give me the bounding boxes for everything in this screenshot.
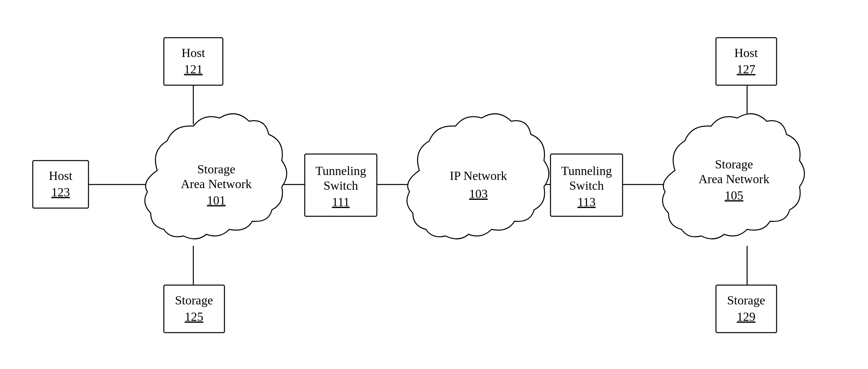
svg-rect-5 [716,38,777,85]
host-121-node: Host 121 [164,38,223,85]
svg-rect-2 [164,285,224,333]
host-123-node: Host 123 [33,161,89,208]
san-101-node: Storage Area Network 101 [145,114,287,239]
storage125-label: Storage [175,293,213,307]
san101-label2: Area Network [181,177,252,191]
host123-label: Host [49,169,72,183]
san105-label1: Storage [715,157,753,171]
storage125-id: 125 [185,310,204,324]
ts113-label1: Tunneling [561,164,612,178]
san101-label1: Storage [197,162,235,176]
san101-cloud [145,114,287,239]
host-127-node: Host 127 [716,38,777,85]
host127-label: Host [734,46,758,60]
ts111-label1: Tunneling [315,164,366,178]
ts113-id: 113 [577,195,596,209]
host121-label: Host [182,46,205,60]
ts111-label2: Switch [323,179,358,192]
san105-label2: Area Network [699,172,769,186]
ipnet103-label: IP Network [450,169,507,183]
ipnet103-id: 103 [469,187,488,201]
san-105-node: Storage Area Network 105 [662,114,804,239]
network-diagram: Host 123 Host 121 Storage 125 Storage Ar… [0,0,868,369]
ts111-id: 111 [332,195,350,209]
san105-id: 105 [725,188,743,202]
storage-125-node: Storage 125 [164,285,224,333]
host123-id: 123 [52,185,70,199]
ip-network-103-node: IP Network 103 [407,114,549,239]
tunneling-switch-111-node: Tunneling Switch 111 [305,154,377,216]
host121-id: 121 [184,62,203,76]
storage129-label: Storage [727,293,765,307]
svg-rect-6 [716,285,777,333]
svg-rect-1 [164,38,223,85]
storage129-id: 129 [737,310,755,324]
svg-rect-0 [33,161,89,208]
host127-id: 127 [737,62,755,76]
storage-129-node: Storage 129 [716,285,777,333]
san101-id: 101 [207,193,226,207]
tunneling-switch-113-node: Tunneling Switch 113 [551,154,623,216]
ts113-label2: Switch [569,179,604,192]
